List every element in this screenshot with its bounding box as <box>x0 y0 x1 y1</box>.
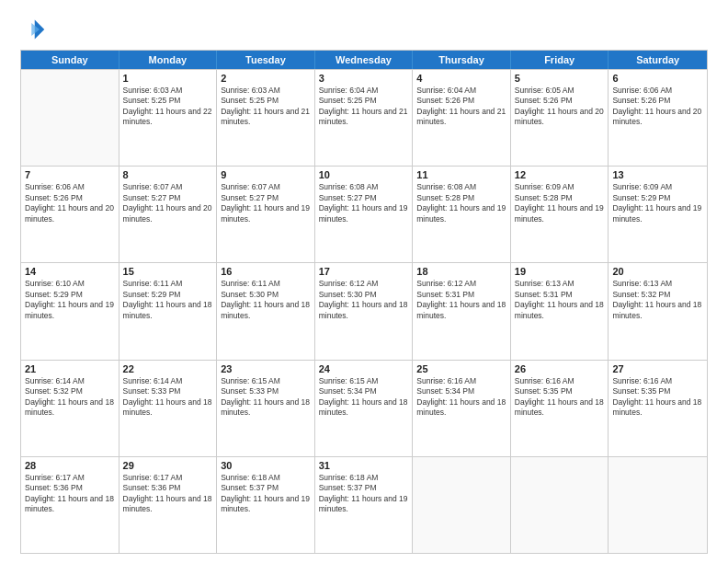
day-info: Sunrise: 6:15 AM Sunset: 5:33 PM Dayligh… <box>221 376 311 419</box>
day-cell-21: 21Sunrise: 6:14 AM Sunset: 5:32 PM Dayli… <box>21 361 119 456</box>
day-cell-28: 28Sunrise: 6:17 AM Sunset: 5:36 PM Dayli… <box>21 457 119 553</box>
day-cell-empty <box>609 457 707 553</box>
day-number: 16 <box>221 266 311 277</box>
day-number: 25 <box>416 363 506 374</box>
calendar-row-1: 7Sunrise: 6:06 AM Sunset: 5:26 PM Daylig… <box>21 166 707 262</box>
day-number: 15 <box>123 266 213 277</box>
day-number: 27 <box>612 363 703 374</box>
day-info: Sunrise: 6:05 AM Sunset: 5:26 PM Dayligh… <box>515 86 605 128</box>
day-cell-16: 16Sunrise: 6:11 AM Sunset: 5:30 PM Dayli… <box>217 263 315 359</box>
day-cell-4: 4Sunrise: 6:04 AM Sunset: 5:26 PM Daylig… <box>413 70 511 166</box>
day-number: 2 <box>221 73 311 84</box>
logo-icon <box>20 17 46 42</box>
day-number: 26 <box>515 363 605 374</box>
day-info: Sunrise: 6:18 AM Sunset: 5:37 PM Dayligh… <box>221 473 311 515</box>
day-info: Sunrise: 6:17 AM Sunset: 5:36 PM Dayligh… <box>25 473 115 515</box>
logo <box>20 17 50 42</box>
day-number: 8 <box>123 169 213 180</box>
day-info: Sunrise: 6:16 AM Sunset: 5:35 PM Dayligh… <box>612 376 703 419</box>
day-cell-22: 22Sunrise: 6:14 AM Sunset: 5:33 PM Dayli… <box>119 361 218 456</box>
day-cell-26: 26Sunrise: 6:16 AM Sunset: 5:35 PM Dayli… <box>511 361 609 456</box>
day-info: Sunrise: 6:16 AM Sunset: 5:35 PM Dayligh… <box>515 376 605 419</box>
day-number: 6 <box>612 73 703 84</box>
calendar-row-2: 14Sunrise: 6:10 AM Sunset: 5:29 PM Dayli… <box>21 262 707 359</box>
day-cell-3: 3Sunrise: 6:04 AM Sunset: 5:25 PM Daylig… <box>315 70 414 166</box>
day-number: 13 <box>612 169 703 180</box>
day-cell-30: 30Sunrise: 6:18 AM Sunset: 5:37 PM Dayli… <box>217 457 315 553</box>
day-cell-11: 11Sunrise: 6:08 AM Sunset: 5:28 PM Dayli… <box>413 167 511 262</box>
day-info: Sunrise: 6:07 AM Sunset: 5:27 PM Dayligh… <box>221 182 311 224</box>
day-number: 18 <box>416 266 506 277</box>
day-number: 10 <box>319 169 409 180</box>
day-info: Sunrise: 6:11 AM Sunset: 5:29 PM Dayligh… <box>123 279 213 321</box>
calendar-row-4: 28Sunrise: 6:17 AM Sunset: 5:36 PM Dayli… <box>21 456 707 553</box>
day-info: Sunrise: 6:07 AM Sunset: 5:27 PM Dayligh… <box>123 182 213 224</box>
day-cell-18: 18Sunrise: 6:12 AM Sunset: 5:31 PM Dayli… <box>413 263 511 359</box>
weekday-header-wednesday: Wednesday <box>315 51 414 69</box>
day-cell-empty <box>413 457 511 553</box>
weekday-header-saturday: Saturday <box>609 51 707 69</box>
calendar-header: SundayMondayTuesdayWednesdayThursdayFrid… <box>21 51 707 69</box>
day-info: Sunrise: 6:13 AM Sunset: 5:32 PM Dayligh… <box>612 279 703 321</box>
day-info: Sunrise: 6:13 AM Sunset: 5:31 PM Dayligh… <box>515 279 605 321</box>
day-cell-10: 10Sunrise: 6:08 AM Sunset: 5:27 PM Dayli… <box>315 167 414 262</box>
day-cell-5: 5Sunrise: 6:05 AM Sunset: 5:26 PM Daylig… <box>511 70 609 166</box>
day-cell-23: 23Sunrise: 6:15 AM Sunset: 5:33 PM Dayli… <box>217 361 315 456</box>
day-number: 23 <box>221 363 311 374</box>
day-number: 22 <box>123 363 213 374</box>
weekday-header-friday: Friday <box>511 51 609 69</box>
day-info: Sunrise: 6:03 AM Sunset: 5:25 PM Dayligh… <box>123 86 213 128</box>
day-number: 1 <box>123 73 213 84</box>
day-info: Sunrise: 6:15 AM Sunset: 5:34 PM Dayligh… <box>319 376 409 419</box>
day-cell-14: 14Sunrise: 6:10 AM Sunset: 5:29 PM Dayli… <box>21 263 119 359</box>
day-cell-24: 24Sunrise: 6:15 AM Sunset: 5:34 PM Dayli… <box>315 361 414 456</box>
day-cell-15: 15Sunrise: 6:11 AM Sunset: 5:29 PM Dayli… <box>119 263 218 359</box>
day-cell-31: 31Sunrise: 6:18 AM Sunset: 5:37 PM Dayli… <box>315 457 414 553</box>
day-number: 5 <box>515 73 605 84</box>
day-info: Sunrise: 6:18 AM Sunset: 5:37 PM Dayligh… <box>319 473 409 515</box>
day-info: Sunrise: 6:04 AM Sunset: 5:26 PM Dayligh… <box>416 86 506 128</box>
day-number: 28 <box>25 460 115 471</box>
day-number: 4 <box>416 73 506 84</box>
day-info: Sunrise: 6:09 AM Sunset: 5:28 PM Dayligh… <box>515 182 605 224</box>
weekday-header-thursday: Thursday <box>413 51 511 69</box>
header <box>20 17 708 42</box>
day-number: 20 <box>612 266 703 277</box>
day-cell-12: 12Sunrise: 6:09 AM Sunset: 5:28 PM Dayli… <box>511 167 609 262</box>
day-cell-7: 7Sunrise: 6:06 AM Sunset: 5:26 PM Daylig… <box>21 167 119 262</box>
day-cell-17: 17Sunrise: 6:12 AM Sunset: 5:30 PM Dayli… <box>315 263 414 359</box>
day-number: 9 <box>221 169 311 180</box>
day-number: 21 <box>25 363 115 374</box>
day-number: 24 <box>319 363 409 374</box>
day-info: Sunrise: 6:04 AM Sunset: 5:25 PM Dayligh… <box>319 86 409 128</box>
calendar-body: 1Sunrise: 6:03 AM Sunset: 5:25 PM Daylig… <box>21 69 707 553</box>
day-info: Sunrise: 6:14 AM Sunset: 5:32 PM Dayligh… <box>25 376 115 419</box>
calendar-row-3: 21Sunrise: 6:14 AM Sunset: 5:32 PM Dayli… <box>21 360 707 456</box>
day-number: 29 <box>123 460 213 471</box>
day-info: Sunrise: 6:06 AM Sunset: 5:26 PM Dayligh… <box>612 86 703 128</box>
day-info: Sunrise: 6:06 AM Sunset: 5:26 PM Dayligh… <box>25 182 115 224</box>
day-cell-20: 20Sunrise: 6:13 AM Sunset: 5:32 PM Dayli… <box>609 263 707 359</box>
day-info: Sunrise: 6:16 AM Sunset: 5:34 PM Dayligh… <box>416 376 506 419</box>
day-info: Sunrise: 6:08 AM Sunset: 5:27 PM Dayligh… <box>319 182 409 224</box>
day-info: Sunrise: 6:14 AM Sunset: 5:33 PM Dayligh… <box>123 376 213 419</box>
day-number: 3 <box>319 73 409 84</box>
day-info: Sunrise: 6:11 AM Sunset: 5:30 PM Dayligh… <box>221 279 311 321</box>
weekday-header-tuesday: Tuesday <box>217 51 315 69</box>
day-cell-6: 6Sunrise: 6:06 AM Sunset: 5:26 PM Daylig… <box>609 70 707 166</box>
day-number: 17 <box>319 266 409 277</box>
day-cell-9: 9Sunrise: 6:07 AM Sunset: 5:27 PM Daylig… <box>217 167 315 262</box>
day-info: Sunrise: 6:08 AM Sunset: 5:28 PM Dayligh… <box>416 182 506 224</box>
day-cell-empty <box>21 70 119 166</box>
day-number: 12 <box>515 169 605 180</box>
day-cell-19: 19Sunrise: 6:13 AM Sunset: 5:31 PM Dayli… <box>511 263 609 359</box>
day-number: 19 <box>515 266 605 277</box>
day-cell-1: 1Sunrise: 6:03 AM Sunset: 5:25 PM Daylig… <box>119 70 218 166</box>
day-cell-8: 8Sunrise: 6:07 AM Sunset: 5:27 PM Daylig… <box>119 167 218 262</box>
day-cell-29: 29Sunrise: 6:17 AM Sunset: 5:36 PM Dayli… <box>119 457 218 553</box>
day-cell-13: 13Sunrise: 6:09 AM Sunset: 5:29 PM Dayli… <box>609 167 707 262</box>
day-number: 30 <box>221 460 311 471</box>
day-info: Sunrise: 6:12 AM Sunset: 5:31 PM Dayligh… <box>416 279 506 321</box>
weekday-header-monday: Monday <box>119 51 218 69</box>
weekday-header-sunday: Sunday <box>21 51 119 69</box>
